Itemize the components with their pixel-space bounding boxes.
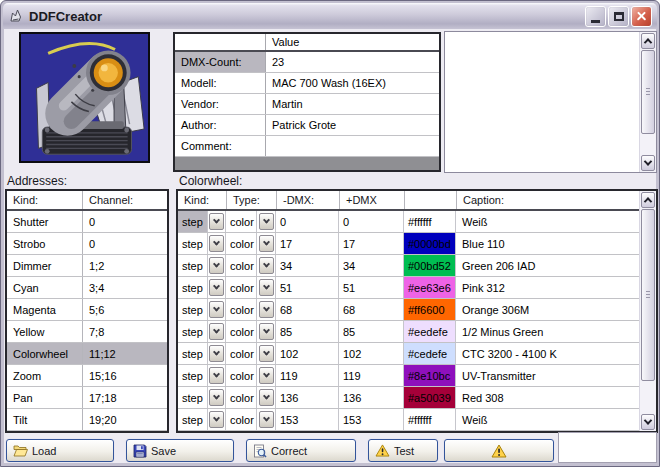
scrollbar-thumb[interactable] xyxy=(641,209,655,381)
minus-dmx-cell[interactable]: 17 xyxy=(276,233,339,254)
kind-dropdown-button[interactable] xyxy=(208,211,226,232)
property-value-vendor[interactable]: Martin xyxy=(266,94,439,114)
kind-dropdown-button[interactable] xyxy=(208,343,226,364)
type-dropdown-button[interactable] xyxy=(257,409,276,430)
caption-cell[interactable]: Weiß xyxy=(456,409,639,430)
caption-cell[interactable]: CTC 3200 - 4100 K xyxy=(456,343,639,364)
property-label-dmx-count[interactable]: DMX-Count: xyxy=(175,52,266,72)
color-swatch-cell[interactable]: #eedefe xyxy=(404,321,456,342)
type-dropdown-button[interactable] xyxy=(257,387,276,408)
color-swatch-cell[interactable]: #cedefe xyxy=(404,343,456,364)
caption-cell[interactable]: Weiß xyxy=(456,211,639,232)
minimize-button[interactable] xyxy=(585,6,606,27)
kind-dropdown-button[interactable] xyxy=(208,277,226,298)
caption-cell[interactable]: Orange 306M xyxy=(456,299,639,320)
plus-dmx-cell[interactable]: 17 xyxy=(339,233,404,254)
caption-cell[interactable]: Green 206 IAD xyxy=(456,255,639,276)
address-row-zoom[interactable]: Zoom 15;16 xyxy=(7,365,167,387)
kind-value-cell[interactable]: step xyxy=(178,277,208,298)
kind-value-cell[interactable]: step xyxy=(178,387,208,408)
type-value-cell[interactable]: color xyxy=(226,387,257,408)
property-value-comment[interactable] xyxy=(266,136,439,156)
kind-value-cell[interactable]: step xyxy=(178,321,208,342)
type-value-cell[interactable]: color xyxy=(226,343,257,364)
type-value-cell[interactable]: color xyxy=(226,233,257,254)
type-dropdown-button[interactable] xyxy=(257,255,276,276)
property-label-modell[interactable]: Modell: xyxy=(175,73,266,93)
kind-dropdown-button[interactable] xyxy=(208,409,226,430)
plus-dmx-cell[interactable]: 34 xyxy=(339,255,404,276)
plus-dmx-cell[interactable]: 51 xyxy=(339,277,404,298)
minus-dmx-cell[interactable]: 153 xyxy=(276,409,339,430)
kind-dropdown-button[interactable] xyxy=(208,255,226,276)
color-swatch-cell[interactable]: #ffffff xyxy=(404,211,456,232)
color-swatch-cell[interactable]: #0000bd xyxy=(404,233,456,254)
scroll-up-button[interactable] xyxy=(641,33,655,49)
type-value-cell[interactable]: color xyxy=(226,255,257,276)
color-swatch-cell[interactable]: #ff6600 xyxy=(404,299,456,320)
load-button[interactable]: Load xyxy=(6,439,114,462)
color-swatch-cell[interactable]: #00bd52 xyxy=(404,255,456,276)
kind-value-cell[interactable]: step xyxy=(178,343,208,364)
type-value-cell[interactable]: color xyxy=(226,409,257,430)
type-value-cell[interactable]: color xyxy=(226,211,257,232)
caption-cell[interactable]: 1/2 Minus Green xyxy=(456,321,639,342)
plus-dmx-cell[interactable]: 119 xyxy=(339,365,404,386)
minus-dmx-cell[interactable]: 0 xyxy=(276,211,339,232)
property-value-author[interactable]: Patrick Grote xyxy=(266,115,439,135)
maximize-button[interactable] xyxy=(608,6,629,27)
property-value-dmx-count[interactable]: 23 xyxy=(266,52,439,72)
color-swatch-cell[interactable]: #8e10bc xyxy=(404,365,456,386)
type-value-cell[interactable]: color xyxy=(226,299,257,320)
kind-value-cell[interactable]: step xyxy=(178,409,208,430)
property-label-vendor[interactable]: Vendor: xyxy=(175,94,266,114)
kind-value-cell[interactable]: step xyxy=(178,255,208,276)
plus-dmx-cell[interactable]: 0 xyxy=(339,211,404,232)
colorwheel-scrollbar[interactable] xyxy=(639,191,656,431)
preview-panel[interactable] xyxy=(444,31,657,173)
titlebar[interactable]: DDFCreator xyxy=(3,3,657,29)
plus-dmx-cell[interactable]: 68 xyxy=(339,299,404,320)
kind-value-cell[interactable]: step xyxy=(178,211,208,232)
address-row-tilt[interactable]: Tilt 19;20 xyxy=(7,409,167,431)
kind-dropdown-button[interactable] xyxy=(208,321,226,342)
scroll-up-button[interactable] xyxy=(641,192,655,208)
type-dropdown-button[interactable] xyxy=(257,343,276,364)
scrollbar-thumb[interactable] xyxy=(641,50,655,134)
type-dropdown-button[interactable] xyxy=(257,277,276,298)
plus-dmx-cell[interactable]: 136 xyxy=(339,387,404,408)
kind-dropdown-button[interactable] xyxy=(208,387,226,408)
type-value-cell[interactable]: color xyxy=(226,365,257,386)
scroll-down-button[interactable] xyxy=(641,414,655,430)
color-swatch-cell[interactable]: #a50039 xyxy=(404,387,456,408)
caption-cell[interactable]: UV-Transmitter xyxy=(456,365,639,386)
minus-dmx-cell[interactable]: 85 xyxy=(276,321,339,342)
type-dropdown-button[interactable] xyxy=(257,233,276,254)
property-label-author[interactable]: Author: xyxy=(175,115,266,135)
caption-cell[interactable]: Blue 110 xyxy=(456,233,639,254)
type-dropdown-button[interactable] xyxy=(257,211,276,232)
type-dropdown-button[interactable] xyxy=(257,365,276,386)
address-row-shutter[interactable]: Shutter 0 xyxy=(7,211,167,233)
kind-dropdown-button[interactable] xyxy=(208,233,226,254)
caption-cell[interactable]: Red 308 xyxy=(456,387,639,408)
plus-dmx-cell[interactable]: 153 xyxy=(339,409,404,430)
preview-scrollbar[interactable] xyxy=(639,32,656,172)
address-row-pan[interactable]: Pan 17;18 xyxy=(7,387,167,409)
kind-value-cell[interactable]: step xyxy=(178,233,208,254)
save-button[interactable]: Save xyxy=(126,439,234,462)
color-swatch-cell[interactable]: #ee63e6 xyxy=(404,277,456,298)
address-row-yellow[interactable]: Yellow 7;8 xyxy=(7,321,167,343)
type-dropdown-button[interactable] xyxy=(257,299,276,320)
minus-dmx-cell[interactable]: 34 xyxy=(276,255,339,276)
address-row-colorwheel-selected[interactable]: Colorwheel 11;12 xyxy=(7,343,167,365)
kind-dropdown-button[interactable] xyxy=(208,365,226,386)
kind-value-cell[interactable]: step xyxy=(178,299,208,320)
kind-value-cell[interactable]: step xyxy=(178,365,208,386)
caption-cell[interactable]: Pink 312 xyxy=(456,277,639,298)
type-value-cell[interactable]: color xyxy=(226,277,257,298)
type-dropdown-button[interactable] xyxy=(257,321,276,342)
status-field[interactable] xyxy=(558,432,657,463)
warning-button[interactable] xyxy=(444,439,554,462)
minus-dmx-cell[interactable]: 102 xyxy=(276,343,339,364)
